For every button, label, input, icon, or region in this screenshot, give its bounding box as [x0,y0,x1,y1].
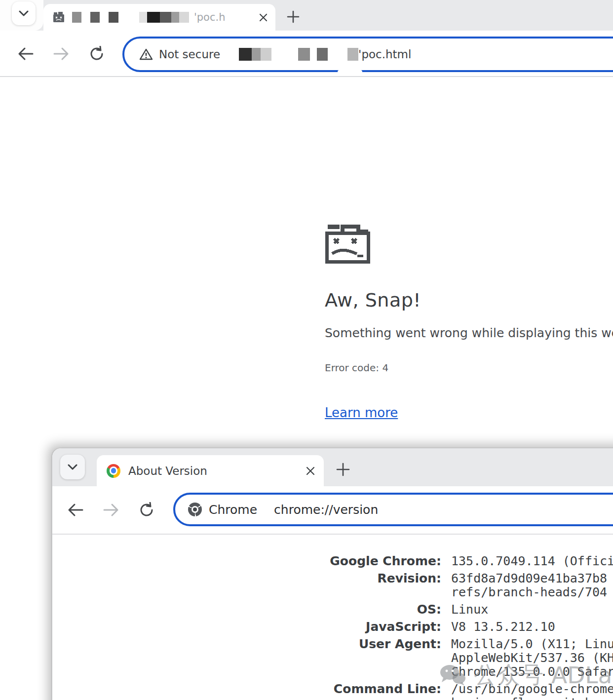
url-text: chrome://version [274,503,378,517]
chrome-logo-favicon [107,464,120,478]
version-row-label: Revision: [52,572,441,585]
tab-title: About Version [128,465,207,477]
reload-button[interactable] [88,45,106,63]
forward-icon [104,505,117,515]
version-row-label: OS: [52,603,441,617]
forward-icon [54,48,68,59]
version-row-label: JavaScript: [52,620,441,634]
tab-strip: 'poc.h [0,0,613,31]
new-tab-button[interactable] [282,6,304,28]
back-button[interactable] [67,501,84,519]
redacted-url-host [239,48,271,61]
tab-about-version[interactable]: About Version [97,455,324,486]
redacted-tab-text [72,12,118,23]
sad-folder-icon [325,223,613,264]
version-table: Google Chrome:135.0.7049.114 (Official B… [52,535,613,700]
version-row-value: Mozilla/5.0 (X11; Linux x86_64) AppleWeb… [451,637,613,679]
url-text: 'poc.html [358,48,411,61]
version-row-value: /usr/bin/google-chrome --flag-switches- … [451,682,613,700]
version-row-label: Google Chrome: [52,554,441,568]
redacted-url-path [298,48,328,61]
back-button[interactable] [17,45,35,63]
close-tab-button[interactable] [259,13,268,22]
error-code: Error code: 4 [325,362,613,374]
version-row-value: 63fd8a7d9d09e41ba37b8 refs/branch-heads/… [451,572,607,599]
learn-more-link[interactable]: Learn more [325,405,398,420]
chrome-site-icon [188,503,202,516]
address-bar[interactable]: Not secure 'poc.html [122,37,613,72]
version-row-label: User Agent: [52,637,441,651]
version-row: Google Chrome:135.0.7049.114 (Official B… [52,554,613,568]
version-row-value: V8 13.5.212.10 [451,620,555,634]
security-label: Not secure [159,48,220,61]
close-icon [259,13,268,22]
tab-title: 'poc.h [194,11,225,23]
version-row: OS:Linux [52,603,613,617]
plus-icon [287,10,300,23]
close-tab-button[interactable] [306,467,315,475]
browser-window-bottom: About Version [52,448,613,700]
tab-poc-html[interactable]: 'poc.h [43,4,275,31]
warning-triangle-icon [139,48,153,61]
version-row-value: 135.0.7049.114 (Official Build) (64-bit) [451,554,613,568]
error-page: Aw, Snap! Something went wrong while dis… [325,223,613,420]
omnibox-notch [338,68,362,75]
back-icon [19,48,33,59]
sad-tab-favicon [52,11,65,24]
new-tab-button[interactable] [332,458,354,481]
browser-toolbar: Chrome chrome://version [52,486,613,534]
version-row: Revision:63fd8a7d9d09e41ba37b8 refs/bran… [52,572,613,599]
tab-search-button[interactable] [60,455,85,479]
plus-icon [336,463,350,476]
version-row: Command Line:/usr/bin/google-chrome --fl… [52,682,613,700]
site-label: Chrome [209,503,257,517]
chevron-down-icon [68,464,77,470]
version-row-value: Linux [451,603,488,617]
version-row: JavaScript:V8 13.5.212.10 [52,620,613,634]
reload-button[interactable] [138,501,155,519]
redacted-url-segment [347,48,358,61]
tab-strip: About Version [52,448,613,486]
close-icon [306,467,315,475]
address-bar[interactable]: Chrome chrome://version [173,493,613,526]
version-row: User Agent:Mozilla/5.0 (X11; Linux x86_6… [52,637,613,679]
chevron-down-icon [19,10,29,16]
redacted-tab-text-2 [139,12,189,23]
screenshot-root: 'poc.h [0,0,613,700]
error-message: Something went wrong while displaying th… [325,326,613,340]
forward-button[interactable] [102,501,120,519]
forward-button[interactable] [52,45,70,63]
error-title: Aw, Snap! [325,289,613,311]
back-icon [69,505,82,515]
toolbar-divider [0,76,613,77]
version-row-label: Command Line: [52,682,441,696]
browser-toolbar: Not secure 'poc.html [0,31,613,76]
tab-search-button[interactable] [12,1,36,25]
